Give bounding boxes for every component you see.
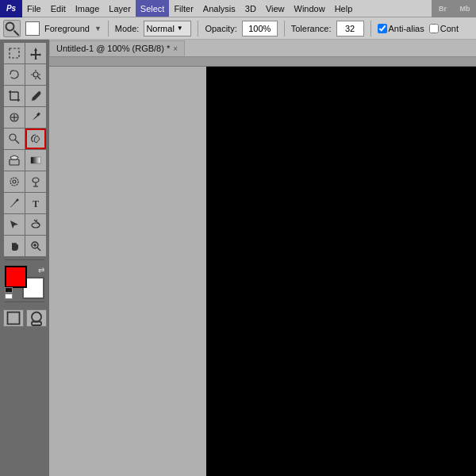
anti-alias-label: Anti-alias bbox=[378, 24, 424, 33]
mini-bridge-button[interactable]: Mb bbox=[454, 0, 476, 17]
tool-row-5 bbox=[0, 129, 49, 149]
text-tool[interactable]: T bbox=[25, 193, 46, 213]
menu-help[interactable]: Help bbox=[330, 0, 358, 17]
menu-select[interactable]: Select bbox=[136, 0, 170, 17]
svg-line-9 bbox=[37, 77, 40, 80]
move-tool[interactable] bbox=[25, 43, 46, 63]
reset-colors[interactable] bbox=[5, 287, 13, 299]
clone-tool[interactable] bbox=[4, 129, 25, 149]
menu-items: File Edit Image Layer Select Filter Anal… bbox=[22, 0, 432, 17]
gradient-tool[interactable] bbox=[25, 150, 46, 171]
tool-row-7 bbox=[0, 171, 49, 192]
blur-tool[interactable] bbox=[4, 171, 25, 192]
bridge-button[interactable]: Br bbox=[432, 0, 454, 17]
menu-file[interactable]: File bbox=[22, 0, 46, 17]
svg-rect-20 bbox=[31, 157, 40, 163]
svg-rect-33 bbox=[7, 313, 19, 324]
color-swatches: ⇄ bbox=[5, 266, 44, 299]
hand-tool[interactable] bbox=[4, 236, 25, 256]
magic-wand-icon bbox=[4, 21, 20, 36]
svg-text:T: T bbox=[33, 198, 39, 209]
svg-line-30 bbox=[37, 248, 40, 251]
marquee-tool[interactable] bbox=[4, 43, 25, 63]
contiguous-checkbox[interactable] bbox=[429, 24, 439, 33]
quick-mask-button[interactable] bbox=[26, 309, 47, 327]
options-tool-icon[interactable] bbox=[3, 20, 21, 37]
separator-2 bbox=[5, 301, 44, 302]
path-select-tool[interactable] bbox=[4, 214, 25, 235]
separator-1 bbox=[5, 259, 44, 260]
mini-foreground bbox=[5, 287, 13, 293]
divider-3 bbox=[284, 21, 285, 36]
tolerance-label: Tolerance: bbox=[291, 24, 332, 33]
tolerance-input[interactable] bbox=[336, 21, 364, 36]
tool-row-10 bbox=[0, 236, 49, 256]
eyedropper-tool[interactable] bbox=[25, 86, 46, 106]
menu-3d[interactable]: 3D bbox=[240, 0, 261, 17]
tab-close-button[interactable]: × bbox=[173, 44, 178, 53]
canvas-viewport[interactable] bbox=[49, 67, 476, 476]
pen-tool[interactable] bbox=[4, 193, 25, 213]
photoshop-logo: Ps bbox=[0, 0, 22, 17]
menu-layer[interactable]: Layer bbox=[104, 0, 136, 17]
menu-edit[interactable]: Edit bbox=[46, 0, 71, 17]
foreground-color-swatch[interactable] bbox=[5, 266, 27, 288]
svg-point-22 bbox=[13, 180, 16, 183]
lasso-tool[interactable] bbox=[4, 64, 25, 85]
divider-1 bbox=[108, 21, 109, 36]
swap-colors-icon[interactable]: ⇄ bbox=[38, 266, 44, 274]
menu-image[interactable]: Image bbox=[71, 0, 105, 17]
opacity-label: Opacity: bbox=[205, 24, 236, 33]
svg-rect-19 bbox=[10, 159, 19, 165]
crop-tool[interactable] bbox=[4, 86, 25, 106]
svg-point-18 bbox=[10, 134, 16, 140]
tab-title: Untitled-1 @ 100% (RGB/8) * bbox=[56, 44, 170, 53]
mode-dropdown[interactable]: Normal ▼ bbox=[144, 21, 191, 36]
svg-rect-35 bbox=[32, 322, 41, 326]
mini-background bbox=[5, 294, 13, 299]
dodge-tool[interactable] bbox=[25, 171, 46, 192]
document-tab[interactable]: Untitled-1 @ 100% (RGB/8) * × bbox=[49, 40, 185, 56]
menu-window[interactable]: Window bbox=[290, 0, 330, 17]
scroll-indicator bbox=[49, 57, 476, 67]
menu-bar: Ps File Edit Image Layer Select Filter A… bbox=[0, 0, 476, 17]
svg-point-8 bbox=[33, 72, 38, 77]
svg-marker-3 bbox=[30, 48, 41, 60]
menu-filter[interactable]: Filter bbox=[169, 0, 198, 17]
tool-row-4 bbox=[0, 107, 49, 128]
tool-row-3 bbox=[0, 86, 49, 106]
menu-analysis[interactable]: Analysis bbox=[198, 0, 240, 17]
standard-mode-button[interactable] bbox=[3, 309, 24, 327]
contiguous-label: Cont bbox=[429, 24, 459, 33]
svg-point-21 bbox=[10, 178, 18, 186]
anti-alias-checkbox[interactable] bbox=[378, 24, 387, 33]
opacity-input[interactable] bbox=[242, 21, 278, 36]
menu-view[interactable]: View bbox=[261, 0, 290, 17]
tool-row-9 bbox=[0, 214, 49, 235]
history-brush-tool[interactable] bbox=[25, 129, 46, 149]
magic-wand-tool[interactable] bbox=[25, 64, 46, 85]
brush-tool[interactable] bbox=[25, 107, 46, 128]
divider-4 bbox=[370, 21, 371, 36]
foreground-swatch[interactable] bbox=[25, 21, 40, 36]
canvas-black bbox=[206, 67, 476, 476]
svg-point-28 bbox=[32, 223, 40, 228]
healing-tool[interactable] bbox=[4, 107, 25, 128]
canvas-area: Untitled-1 @ 100% (RGB/8) * × bbox=[49, 40, 476, 476]
tool-row-2 bbox=[0, 64, 49, 85]
mode-arrow: ▼ bbox=[177, 25, 183, 32]
svg-line-1 bbox=[14, 30, 19, 35]
tab-bar: Untitled-1 @ 100% (RGB/8) * × bbox=[49, 40, 476, 57]
divider-2 bbox=[198, 21, 198, 36]
svg-point-34 bbox=[32, 313, 41, 322]
sidebar: T bbox=[0, 40, 49, 476]
svg-point-23 bbox=[33, 178, 39, 182]
tool-row-1 bbox=[0, 43, 49, 63]
3d-rotate-tool[interactable] bbox=[25, 214, 46, 235]
tool-row-6 bbox=[0, 150, 49, 171]
options-bar: Foreground ▼ Mode: Normal ▼ Opacity: Tol… bbox=[0, 17, 476, 40]
eraser-tool[interactable] bbox=[4, 150, 25, 171]
tool-row-8: T bbox=[0, 193, 49, 213]
zoom-tool[interactable] bbox=[25, 236, 46, 256]
foreground-dropdown-arrow[interactable]: ▼ bbox=[94, 25, 102, 33]
